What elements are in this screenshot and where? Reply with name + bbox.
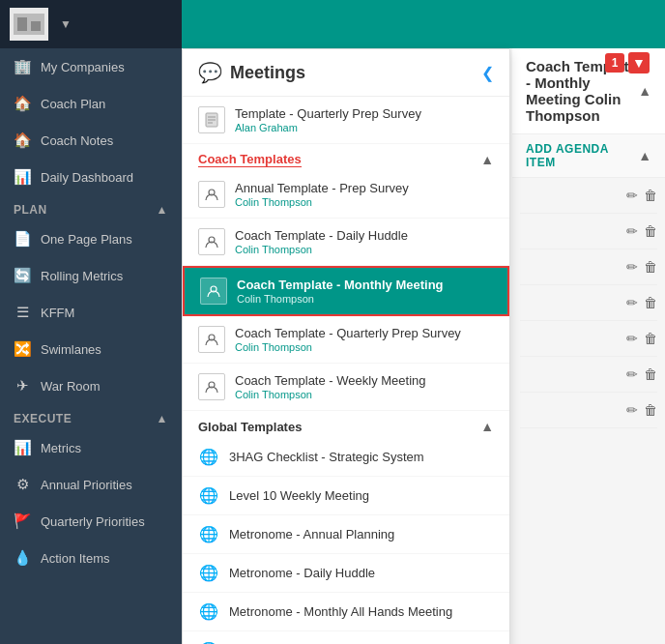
coach-template-name-2: Coach Template - Monthly Meeting — [237, 278, 492, 292]
user-icon-2-selected — [200, 278, 227, 305]
edit-icon-2[interactable]: ✏ — [626, 223, 638, 239]
edit-icon-4[interactable]: ✏ — [626, 295, 638, 310]
delete-icon-2[interactable]: 🗑 — [644, 223, 657, 239]
sidebar-item-quarterly-priorities[interactable]: 🚩 Quarterly Priorities — [0, 503, 182, 540]
coach-template-item-4[interactable]: Coach Template - Weekly Meeting Colin Th… — [183, 364, 509, 411]
coach-template-info-4: Coach Template - Weekly Meeting Colin Th… — [235, 373, 494, 400]
coach-template-author-4: Colin Thompson — [235, 389, 494, 400]
coach-template-info-3: Coach Template - Quarterly Prep Survey C… — [235, 326, 494, 353]
meetings-dropdown: 💬 Meetings ❮ Template - Quarterly Prep S… — [182, 48, 510, 644]
agenda-item-row-4: ✏ 🗑 — [520, 285, 657, 321]
delete-icon-4[interactable]: 🗑 — [644, 295, 657, 310]
globe-icon-4: 🌐 — [198, 602, 219, 621]
sidebar-item-kffm[interactable]: ☰ KFFM — [0, 294, 182, 331]
top-template-item[interactable]: Template - Quarterly Prep Survey Alan Gr… — [183, 97, 509, 144]
agenda-items-list: ✏ 🗑 ✏ 🗑 ✏ 🗑 ✏ 🗑 ✏ 🗑 — [512, 178, 665, 428]
global-template-item-5[interactable]: 🌐 Metronome - Monthly Meeting — [183, 631, 509, 644]
right-panel: 1 ▼ Coach Template - Monthly Meeting Col… — [512, 48, 665, 644]
sidebar-logo-arrow[interactable]: ▼ — [60, 17, 72, 31]
sidebar-item-swimlanes[interactable]: 🔀 Swimlanes — [0, 331, 182, 367]
top-right-badge-area: 1 ▼ — [605, 52, 650, 73]
coach-template-name-3: Coach Template - Quarterly Prep Survey — [235, 326, 494, 340]
user-icon-3 — [198, 326, 225, 353]
coach-template-item-2-selected[interactable]: Coach Template - Monthly Meeting Colin T… — [183, 266, 509, 316]
global-template-item-0[interactable]: 🌐 3HAG Checklist - Strategic System — [183, 438, 509, 477]
top-template-info: Template - Quarterly Prep Survey Alan Gr… — [235, 106, 494, 133]
coach-template-author-3: Colin Thompson — [235, 341, 494, 353]
user-icon-0 — [198, 181, 225, 208]
sidebar-label-my-companies: My Companies — [41, 60, 125, 74]
coach-templates-chevron[interactable]: ▲ — [480, 152, 494, 167]
delete-icon-5[interactable]: 🗑 — [644, 331, 657, 346]
coach-plan-icon: 🏠 — [14, 95, 31, 112]
sidebar-item-annual-priorities[interactable]: ⚙ Annual Priorities — [0, 466, 182, 503]
sidebar-label-action-items: Action Items — [41, 551, 110, 566]
agenda-item-row-6: ✏ 🗑 — [520, 357, 657, 393]
daily-dashboard-icon: 📊 — [14, 168, 31, 186]
sidebar-item-war-room[interactable]: ✈ War Room — [0, 367, 182, 404]
sidebar-item-coach-notes[interactable]: 🏠 Coach Notes — [0, 122, 182, 159]
plan-section-chevron[interactable]: ▲ — [157, 203, 168, 217]
global-template-item-3[interactable]: 🌐 Metronome - Daily Huddle — [183, 554, 509, 593]
add-agenda-button[interactable]: ADD AGENDA ITEM — [526, 142, 638, 169]
coach-template-item-1[interactable]: Coach Template - Daily Huddle Colin Thom… — [183, 219, 509, 266]
sidebar-label-swimlanes: Swimlanes — [41, 342, 101, 357]
sidebar-label-coach-notes: Coach Notes — [41, 133, 113, 148]
svg-rect-2 — [17, 17, 27, 31]
sidebar-label-coach-plan: Coach Plan — [41, 97, 105, 111]
sidebar-item-metrics[interactable]: 📊 Metrics — [0, 429, 182, 466]
war-room-icon: ✈ — [14, 377, 31, 395]
sidebar-item-one-page-plans[interactable]: 📄 One Page Plans — [0, 220, 182, 257]
delete-icon-6[interactable]: 🗑 — [644, 366, 657, 382]
sidebar-label-quarterly-priorities: Quarterly Priorities — [41, 514, 145, 529]
global-template-item-4[interactable]: 🌐 Metronome - Monthly All Hands Meeting — [183, 593, 509, 631]
edit-icon-6[interactable]: ✏ — [626, 366, 638, 382]
delete-icon-7[interactable]: 🗑 — [644, 402, 657, 418]
sidebar-item-rolling-metrics[interactable]: 🔄 Rolling Metrics — [0, 257, 182, 294]
panel-area: 💬 Meetings ❮ Template - Quarterly Prep S… — [182, 48, 665, 644]
edit-icon-3[interactable]: ✏ — [626, 259, 638, 275]
global-template-item-2[interactable]: 🌐 Metronome - Annual Planning — [183, 515, 509, 554]
action-items-icon: 💧 — [14, 549, 31, 567]
sidebar-item-coach-plan[interactable]: 🏠 Coach Plan — [0, 85, 182, 122]
dropdown-arrow-button[interactable]: ▼ — [628, 52, 650, 73]
right-panel-chevron[interactable]: ▲ — [638, 83, 651, 99]
top-template-name: Template - Quarterly Prep Survey — [235, 106, 494, 121]
swimlanes-icon: 🔀 — [14, 340, 31, 358]
top-template-author: Alan Graham — [235, 122, 494, 133]
global-template-name-1: Level 10 Weekly Meeting — [229, 488, 369, 503]
coach-template-item-0[interactable]: Annual Template - Prep Survey Colin Thom… — [183, 171, 509, 219]
coach-template-item-3[interactable]: Coach Template - Quarterly Prep Survey C… — [183, 316, 509, 364]
agenda-item-row-7: ✏ 🗑 — [520, 393, 657, 428]
sidebar-item-action-items[interactable]: 💧 Action Items — [0, 540, 182, 576]
sidebar: ▼ 🏢 My Companies 🏠 Coach Plan 🏠 Coach No… — [0, 0, 182, 644]
add-agenda-chevron[interactable]: ▲ — [638, 148, 651, 163]
annual-priorities-icon: ⚙ — [14, 476, 31, 493]
delete-icon-1[interactable]: 🗑 — [644, 188, 657, 203]
coach-template-author-1: Colin Thompson — [235, 244, 494, 255]
execute-section-chevron[interactable]: ▲ — [157, 412, 168, 425]
coach-template-name-1: Coach Template - Daily Huddle — [235, 228, 494, 243]
edit-icon-5[interactable]: ✏ — [626, 331, 638, 346]
sidebar-label-one-page-plans: One Page Plans — [41, 232, 132, 247]
global-template-name-2: Metronome - Annual Planning — [229, 527, 394, 542]
agenda-item-row-2: ✏ 🗑 — [520, 214, 657, 249]
global-template-item-1[interactable]: 🌐 Level 10 Weekly Meeting — [183, 477, 509, 515]
global-template-name-3: Metronome - Daily Huddle — [229, 566, 375, 580]
sidebar-item-my-companies[interactable]: 🏢 My Companies — [0, 48, 182, 85]
global-template-name-0: 3HAG Checklist - Strategic System — [229, 450, 424, 464]
kffm-icon: ☰ — [14, 304, 31, 321]
coach-templates-label: Coach Templates — [198, 152, 302, 167]
delete-icon-3[interactable]: 🗑 — [644, 259, 657, 275]
global-templates-section-header: Global Templates ▲ — [183, 411, 509, 438]
meetings-close-chevron[interactable]: ❮ — [481, 64, 494, 82]
edit-icon-7[interactable]: ✏ — [626, 402, 638, 418]
global-templates-label: Global Templates — [198, 420, 302, 434]
meetings-list: Template - Quarterly Prep Survey Alan Gr… — [183, 97, 509, 644]
coach-template-info-0: Annual Template - Prep Survey Colin Thom… — [235, 181, 494, 208]
global-templates-chevron[interactable]: ▲ — [480, 419, 494, 434]
globe-icon-1: 🌐 — [198, 486, 219, 505]
globe-icon-3: 🌐 — [198, 564, 219, 582]
edit-icon-1[interactable]: ✏ — [626, 188, 638, 203]
sidebar-item-daily-dashboard[interactable]: 📊 Daily Dashboard — [0, 159, 182, 195]
